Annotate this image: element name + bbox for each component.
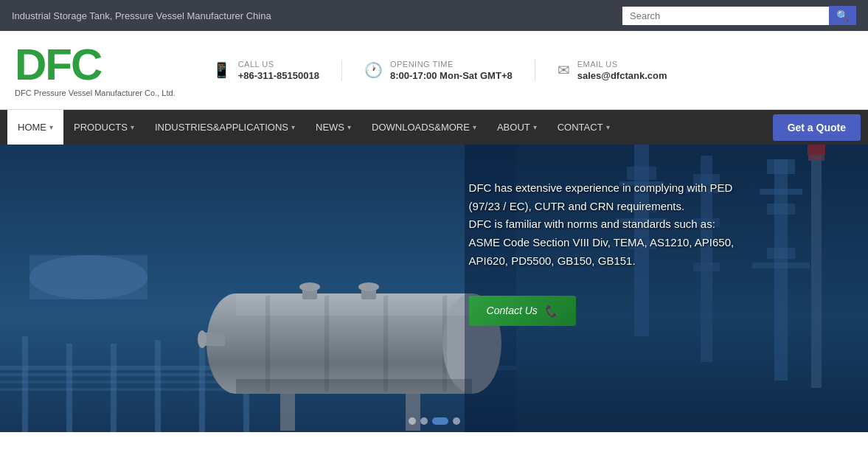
svg-rect-50	[0, 145, 516, 432]
main-nav: HOME ▾ PRODUCTS ▾ INDUSTRIES&APPLICATION…	[0, 110, 868, 145]
chevron-down-icon: ▾	[49, 123, 53, 131]
dot-2[interactable]	[420, 417, 428, 425]
site-header: DFC DFC Pressure Vessel Manufacturer Co.…	[0, 31, 868, 110]
email-label: EMAIL US	[577, 60, 667, 69]
top-bar: Industrial Storage Tank, Pressure Vessel…	[0, 0, 868, 31]
nav-item-industries[interactable]: INDUSTRIES&APPLICATIONS ▾	[145, 110, 305, 145]
slider-dots	[409, 417, 460, 425]
dot-4[interactable]	[453, 417, 460, 425]
contact-btn-label: Contact Us	[487, 305, 538, 316]
hero-description: DFC has extensive experience in complyin…	[469, 179, 851, 271]
opening-value: 8:00-17:00 Mon-Sat GMT+8	[390, 70, 513, 81]
nav-item-about[interactable]: ABOUT ▾	[487, 110, 547, 145]
opening-info: 🕐 OPENING TIME 8:00-17:00 Mon-Sat GMT+8	[364, 60, 535, 81]
chevron-down-icon: ▾	[606, 123, 610, 131]
email-info: ✉ EMAIL US sales@dfctank.com	[558, 60, 690, 81]
logo[interactable]: DFC	[15, 43, 176, 87]
nav-item-contact[interactable]: CONTACT ▾	[547, 110, 620, 145]
search-button[interactable]: 🔍	[829, 6, 856, 25]
nav-item-downloads[interactable]: DOWNLOADS&MORE ▾	[361, 110, 487, 145]
chevron-down-icon: ▾	[291, 123, 295, 131]
nav-item-news[interactable]: NEWS ▾	[305, 110, 361, 145]
site-tagline: Industrial Storage Tank, Pressure Vessel…	[12, 10, 271, 21]
email-value: sales@dfctank.com	[577, 70, 667, 81]
get-quote-button[interactable]: Get a Quote	[773, 114, 861, 141]
chevron-down-icon: ▾	[131, 123, 134, 131]
logo-subtitle: DFC Pressure Vessel Manufacturer Co., Lt…	[15, 88, 176, 97]
hero-content: DFC has extensive experience in complyin…	[469, 179, 851, 326]
header-info: 📱 CALL US +86-311-85150018 🕐 OPENING TIM…	[212, 60, 853, 81]
email-icon: ✉	[558, 61, 570, 79]
chevron-down-icon: ▾	[533, 123, 537, 131]
nav-item-home[interactable]: HOME ▾	[7, 110, 63, 145]
clock-icon: 🕐	[364, 61, 383, 79]
phone-icon: 📱	[212, 61, 231, 79]
hero-section: DFC has extensive experience in complyin…	[0, 145, 868, 432]
call-label: CALL US	[238, 60, 319, 69]
search-input[interactable]	[622, 7, 829, 25]
search-wrap: 🔍	[622, 6, 856, 25]
nav-item-products[interactable]: PRODUCTS ▾	[63, 110, 145, 145]
chevron-down-icon: ▾	[347, 123, 351, 131]
search-icon: 🔍	[836, 10, 849, 21]
chevron-down-icon: ▾	[473, 123, 476, 131]
dot-1[interactable]	[409, 417, 416, 425]
phone-rotate-icon: 📞	[544, 304, 558, 318]
logo-wrap: DFC DFC Pressure Vessel Manufacturer Co.…	[15, 43, 176, 97]
call-value: +86-311-85150018	[238, 70, 319, 81]
opening-label: OPENING TIME	[390, 60, 513, 69]
contact-us-button[interactable]: Contact Us 📞	[469, 296, 576, 326]
dot-3-active[interactable]	[432, 417, 448, 425]
call-info: 📱 CALL US +86-311-85150018	[212, 60, 342, 81]
